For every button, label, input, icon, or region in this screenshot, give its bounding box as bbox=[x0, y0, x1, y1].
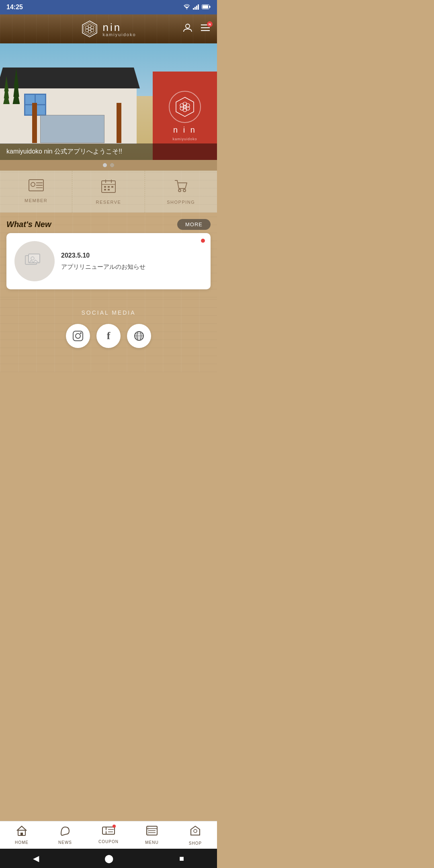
svg-rect-38 bbox=[108, 186, 110, 188]
header-actions: N bbox=[182, 23, 211, 35]
profile-icon[interactable] bbox=[182, 23, 193, 35]
svg-rect-6 bbox=[209, 6, 211, 8]
logo-text: nin bbox=[102, 21, 121, 33]
menu-notification-badge: N bbox=[207, 21, 213, 27]
svg-marker-20 bbox=[176, 97, 194, 117]
whats-new-header: What's New MORE bbox=[0, 213, 217, 233]
news-content: 2023.5.10 アプリリニューアルのお知らせ bbox=[61, 252, 203, 271]
shopping-label: SHOPPING bbox=[167, 200, 195, 205]
whats-new-title: What's New bbox=[6, 220, 51, 229]
banner-subtext: kamiyuidoko bbox=[172, 137, 197, 141]
social-media-section: SOCIAL MEDIA f bbox=[0, 297, 217, 372]
reserve-icon bbox=[101, 179, 116, 197]
svg-point-29 bbox=[31, 182, 35, 186]
social-icons-row: f bbox=[6, 324, 211, 348]
shopping-button[interactable]: SHOPPING bbox=[145, 171, 217, 213]
hero-overlay: kamiyuidoko nin 公式アプリへようこそ!! bbox=[0, 143, 217, 160]
instagram-button[interactable] bbox=[66, 324, 90, 348]
slide-dot-2[interactable] bbox=[110, 163, 114, 167]
reserve-label: RESERVE bbox=[96, 200, 121, 205]
news-unread-badge bbox=[201, 239, 205, 243]
svg-point-48 bbox=[76, 334, 80, 338]
news-card[interactable]: 2023.5.10 アプリリニューアルのお知らせ bbox=[6, 233, 211, 289]
news-date: 2023.5.10 bbox=[61, 252, 203, 259]
news-section: 2023.5.10 アプリリニューアルのお知らせ bbox=[0, 233, 217, 297]
svg-point-43 bbox=[183, 189, 186, 192]
battery-icon bbox=[202, 4, 211, 10]
svg-rect-3 bbox=[198, 4, 199, 10]
quick-actions-row: MEMBER RESERVE SHOPPING bbox=[0, 170, 217, 213]
slide-dot-1[interactable] bbox=[103, 163, 107, 167]
hero-welcome-text: kamiyuidoko nin 公式アプリへようこそ!! bbox=[6, 147, 211, 156]
more-button[interactable]: MORE bbox=[177, 219, 211, 230]
shopping-icon bbox=[173, 179, 188, 197]
signal-icon bbox=[193, 4, 199, 11]
logo-hexagon-icon bbox=[81, 20, 98, 38]
social-media-title: SOCIAL MEDIA bbox=[6, 309, 211, 316]
svg-rect-1 bbox=[194, 7, 196, 10]
svg-point-15 bbox=[88, 28, 91, 31]
news-thumbnail bbox=[14, 241, 55, 281]
news-title: アプリリニューアルのお知らせ bbox=[61, 262, 203, 271]
status-bar: 14:25 bbox=[0, 0, 217, 14]
svg-marker-7 bbox=[82, 21, 97, 37]
svg-rect-41 bbox=[108, 189, 110, 190]
website-button[interactable] bbox=[127, 324, 151, 348]
hero-banner: n i n kamiyuidoko kamiyuidoko nin 公式アプリへ… bbox=[0, 43, 217, 160]
svg-rect-39 bbox=[111, 186, 113, 188]
svg-rect-5 bbox=[203, 5, 208, 8]
member-button[interactable]: MEMBER bbox=[0, 171, 72, 213]
svg-rect-2 bbox=[196, 6, 197, 10]
logo-subtext: kamiyuidoko bbox=[102, 32, 136, 37]
svg-point-49 bbox=[80, 332, 82, 334]
status-icons bbox=[183, 4, 211, 11]
member-icon bbox=[28, 179, 44, 195]
svg-point-16 bbox=[186, 24, 190, 28]
svg-rect-0 bbox=[193, 8, 194, 10]
facebook-button[interactable]: f bbox=[96, 324, 121, 348]
svg-point-42 bbox=[178, 189, 181, 192]
wifi-icon bbox=[183, 4, 190, 11]
slide-indicators bbox=[0, 160, 217, 170]
svg-rect-37 bbox=[104, 186, 106, 188]
svg-rect-40 bbox=[104, 189, 106, 190]
banner-nin: n i n bbox=[173, 125, 197, 135]
menu-icon[interactable]: N bbox=[200, 23, 211, 35]
header-logo: nin kamiyuidoko bbox=[81, 20, 136, 38]
reserve-button[interactable]: RESERVE bbox=[72, 171, 145, 213]
status-time: 14:25 bbox=[6, 4, 23, 11]
member-label: MEMBER bbox=[25, 198, 47, 203]
header: nin kamiyuidoko N bbox=[0, 14, 217, 43]
